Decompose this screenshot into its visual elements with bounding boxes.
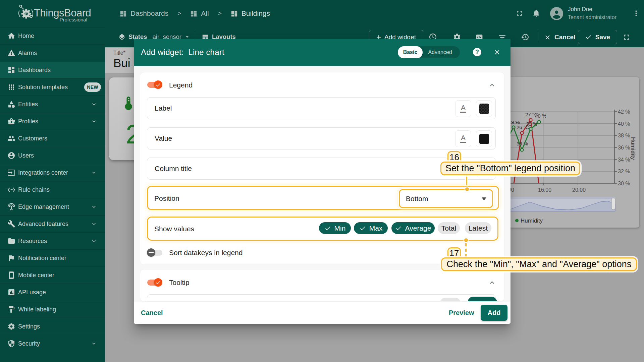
svg-text:34 %: 34 % [618,157,630,163]
svg-text:16:00: 16:00 [538,187,551,193]
svg-text:40 %: 40 % [618,121,630,127]
svg-text:Humidity: Humidity [521,218,543,224]
svg-text:30 %: 30 % [618,181,630,186]
svg-text:20:00: 20:00 [572,187,586,193]
svg-text:36 %: 36 % [517,141,528,146]
svg-text:Humidity: Humidity [630,137,636,160]
svg-text:42 %: 42 % [618,109,630,115]
svg-text:26 °C: 26 °C [517,124,529,130]
svg-text:32 %: 32 % [618,169,630,174]
svg-text:38 %: 38 % [618,133,630,138]
svg-text:36 %: 36 % [618,145,630,150]
svg-text:40 %: 40 % [535,113,546,119]
